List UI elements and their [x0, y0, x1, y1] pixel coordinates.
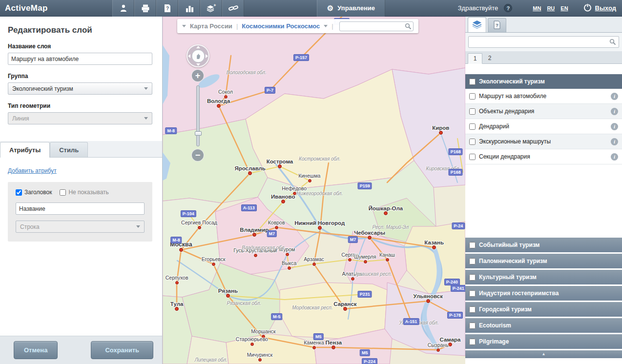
city-dot [364, 260, 367, 263]
base-map-name[interactable]: Карта России [190, 22, 232, 30]
layer-checkbox[interactable] [469, 108, 476, 115]
layers-search-input[interactable] [468, 36, 619, 48]
print-tool-button[interactable] [134, 0, 156, 17]
tab-layers[interactable] [468, 17, 486, 32]
statistics-tool-button[interactable] [178, 0, 200, 17]
city-label: Канаш [379, 252, 395, 258]
page-tab-1[interactable]: 1 [468, 53, 482, 64]
group-checkbox[interactable] [469, 306, 476, 313]
collapse-bar[interactable]: ▲ [465, 350, 622, 358]
city-label: Иваново [271, 194, 295, 200]
greeting-text: Здравствуйте [458, 4, 498, 12]
header-checkbox-text: Заголовок [24, 189, 52, 196]
group-select[interactable]: Экологический туризм [8, 82, 152, 95]
cancel-button[interactable]: Отмена [14, 341, 58, 359]
hide-checkbox[interactable] [60, 189, 66, 196]
group-header[interactable]: Индустрия гостеприимства [465, 286, 622, 301]
layer-row[interactable]: Дендрарийi [465, 119, 622, 134]
user-tool-button[interactable] [112, 0, 134, 17]
layer-label: Экскурсионные маршруты [479, 138, 551, 145]
road-badge: М7 [267, 230, 277, 237]
power-icon [583, 3, 592, 14]
info-icon[interactable]: i [611, 153, 618, 161]
group-checkbox[interactable] [469, 274, 476, 281]
city-dot [312, 263, 316, 266]
chevron-down-icon[interactable] [182, 25, 186, 27]
city-dot [248, 171, 252, 175]
zoom-out-button[interactable]: − [191, 149, 204, 162]
header-checkbox[interactable] [16, 189, 22, 196]
city-dot [332, 345, 335, 349]
group-header[interactable]: Паломнический туризм [465, 254, 622, 268]
region-label: Костромская обл. [299, 156, 340, 162]
city-dot [288, 266, 291, 270]
attribute-name-input[interactable] [16, 202, 145, 215]
group-header[interactable]: Культурный туризм [465, 270, 622, 284]
attribute-style-tabs: Атрибуты Стиль [0, 141, 162, 158]
chevron-down-icon[interactable] [324, 25, 328, 27]
layer-checkbox[interactable] [469, 123, 476, 130]
group-header[interactable]: Pilgrimage [465, 334, 622, 349]
breadcrumb-divider: | [236, 22, 238, 30]
layer-name-input[interactable] [8, 53, 152, 65]
city-label: Пенза [326, 340, 342, 345]
lang-link-mn[interactable]: MN [533, 5, 541, 11]
city-dot [198, 226, 201, 229]
tab-legend[interactable]: ? [488, 18, 506, 32]
lang-link-ru[interactable]: RU [547, 5, 555, 11]
road-badge: А-151 [403, 318, 419, 325]
group-checkbox[interactable] [469, 242, 476, 248]
layer-row[interactable]: Маршрут на автомобилеi [465, 89, 622, 104]
road-badge: Р168 [449, 169, 463, 176]
layer-row[interactable]: Объекты дендрарияi [465, 104, 622, 119]
info-icon[interactable]: i [611, 93, 618, 100]
group-header[interactable]: Событийный туризм [465, 238, 622, 252]
zoom-slider[interactable] [196, 85, 200, 146]
city-label: Ярославль [234, 165, 266, 171]
map-canvas[interactable]: СоколВологдаКировКостромаЯрославльКинешм… [163, 17, 465, 364]
group-checkbox[interactable] [469, 290, 476, 297]
tab-style[interactable]: Стиль [50, 142, 88, 157]
map-search-input[interactable] [339, 21, 414, 31]
city-label: Серпухов [166, 275, 188, 281]
tab-attributes[interactable]: Атрибуты [0, 142, 50, 158]
layer-checkbox[interactable] [469, 139, 476, 145]
eco-layer-list: Маршрут на автомобилеiОбъекты дендрарияi… [465, 89, 622, 164]
hide-checkbox-label[interactable]: Не показывать [60, 189, 108, 196]
help-book-tool-button[interactable]: ? [156, 0, 178, 17]
info-icon[interactable]: i [611, 138, 618, 145]
help-badge[interactable]: ? [504, 4, 512, 12]
city-dot [343, 307, 347, 311]
lang-link-en[interactable]: EN [560, 5, 568, 11]
group-checkbox[interactable] [469, 258, 476, 264]
add-layer-tool-button[interactable]: + [200, 0, 222, 17]
info-icon[interactable]: i [611, 108, 618, 115]
satellite-layer-name[interactable]: Космоснимки Роскосмос [242, 22, 320, 30]
group-header[interactable]: Городской туризм [465, 302, 622, 317]
layer-row[interactable]: Секции дендрарияi [465, 149, 622, 164]
svg-text:+: + [213, 3, 216, 8]
pan-control[interactable] [187, 44, 209, 67]
layer-checkbox[interactable] [469, 154, 476, 160]
zoom-slider-handle[interactable] [195, 131, 202, 136]
layer-row[interactable]: Экскурсионные маршрутыi [465, 134, 622, 149]
app-logo: ActiveMap [0, 3, 112, 13]
zoom-in-button[interactable]: + [191, 69, 204, 82]
management-button[interactable]: ⚙ Управление [317, 0, 385, 17]
add-attribute-link[interactable]: Добавить атрибут [8, 167, 57, 174]
layer-checkbox[interactable] [469, 93, 476, 100]
info-icon[interactable]: i [611, 123, 618, 130]
group-checkbox[interactable] [469, 79, 476, 85]
road-badge: А-113 [241, 204, 257, 211]
link-tool-button[interactable] [222, 0, 244, 17]
group-header-eco[interactable]: Экологический туризм [465, 74, 622, 89]
header-checkbox-label[interactable]: Заголовок [16, 189, 52, 196]
group-header[interactable]: Ecotourism [465, 318, 622, 333]
logout-link[interactable]: Выход [595, 4, 616, 12]
page-tab-2[interactable]: 2 [482, 53, 497, 63]
save-button[interactable]: Сохранить [91, 341, 153, 359]
city-dot [179, 248, 183, 252]
group-checkbox[interactable] [469, 323, 476, 329]
group-checkbox[interactable] [469, 339, 476, 345]
layers-search [465, 33, 622, 51]
